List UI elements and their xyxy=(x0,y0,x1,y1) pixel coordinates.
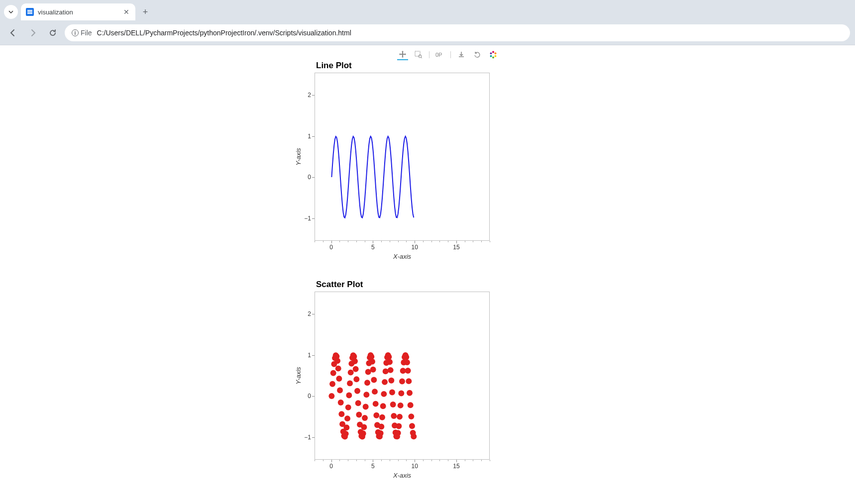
plot-area[interactable] xyxy=(315,292,490,460)
scatter-point xyxy=(411,433,417,439)
box-zoom-tool[interactable] xyxy=(413,49,424,60)
scatter-point xyxy=(373,412,379,418)
scatter-point xyxy=(347,380,353,386)
reset-tool[interactable] xyxy=(472,49,483,60)
scatter-point xyxy=(364,380,370,386)
scatter-point xyxy=(398,403,404,408)
tab-close-icon[interactable]: ✕ xyxy=(122,8,130,16)
y-tick-label: 2 xyxy=(308,310,311,317)
x-tick-label: 5 xyxy=(371,463,375,470)
scatter-point xyxy=(405,368,411,374)
y-tick-label: 2 xyxy=(308,92,311,99)
plot-title: Line Plot xyxy=(289,61,495,71)
scatter-point xyxy=(388,367,394,373)
tab-search-button[interactable] xyxy=(4,5,18,19)
scatter-point xyxy=(395,430,401,436)
reload-button[interactable] xyxy=(45,25,61,41)
scatter-point xyxy=(371,377,377,383)
scatter-point xyxy=(408,402,414,408)
file-label: File xyxy=(81,29,92,37)
pan-tool[interactable] xyxy=(397,49,408,60)
scatter-point xyxy=(382,379,388,385)
bokeh-logo[interactable] xyxy=(488,49,499,60)
svg-point-5 xyxy=(495,55,497,57)
svg-text:0P: 0P xyxy=(435,52,442,58)
y-axis-label: Y-axis xyxy=(295,367,302,384)
scatter-point xyxy=(343,431,349,437)
browser-toolbar: i File C:/Users/DELL/PycharmProjects/pyt… xyxy=(0,21,855,45)
scatter-point xyxy=(348,370,354,376)
scatter-point xyxy=(408,413,414,419)
scatter-point xyxy=(409,423,415,429)
scatter-point xyxy=(346,393,352,399)
bokeh-toolbar: 0P xyxy=(397,48,499,62)
scatter-point xyxy=(352,358,358,364)
svg-point-4 xyxy=(495,52,497,54)
x-tick-label: 0 xyxy=(329,244,333,251)
plot-frame[interactable]: −1012051015Y-axisX-axis xyxy=(289,73,490,267)
scatter-point xyxy=(372,389,378,395)
x-tick-label: 10 xyxy=(411,463,418,470)
plot-title: Scatter Plot xyxy=(289,280,495,290)
scatter-point xyxy=(398,391,404,397)
scatter-point xyxy=(390,402,396,407)
wheel-zoom-tool[interactable]: 0P xyxy=(434,49,445,60)
y-tick-label: 1 xyxy=(308,133,311,140)
scatter-point xyxy=(404,359,410,365)
scatter-point xyxy=(328,393,334,399)
scatter-point xyxy=(353,366,359,372)
file-badge: i File xyxy=(72,29,92,37)
x-tick-label: 15 xyxy=(453,244,459,251)
line-series xyxy=(331,136,414,218)
scatter-point xyxy=(338,411,344,417)
browser-tab[interactable]: visualization ✕ xyxy=(21,3,135,20)
y-tick-label: 1 xyxy=(308,352,311,359)
scatter-point xyxy=(403,354,409,360)
info-icon: i xyxy=(72,29,79,36)
new-tab-button[interactable]: + xyxy=(138,5,152,19)
plot-frame[interactable]: −1012051015Y-axisX-axis xyxy=(289,292,490,486)
x-axis-label: X-axis xyxy=(315,253,490,260)
scatter-point xyxy=(397,414,403,420)
scatter-point xyxy=(407,390,413,396)
svg-point-7 xyxy=(490,55,492,57)
scatter-point xyxy=(383,368,389,374)
plot-area[interactable] xyxy=(315,73,490,241)
y-tick-label: −1 xyxy=(304,215,311,222)
scatter-point xyxy=(355,400,361,406)
scatter-point xyxy=(361,424,367,430)
scatter-point xyxy=(329,381,335,387)
svg-point-8 xyxy=(490,52,492,54)
svg-point-3 xyxy=(492,51,494,53)
forward-button[interactable] xyxy=(25,25,41,41)
svg-point-6 xyxy=(492,56,494,58)
scatter-point xyxy=(381,391,387,397)
scatter-point xyxy=(373,401,379,407)
back-button[interactable] xyxy=(5,25,21,41)
scatter-point xyxy=(335,366,341,372)
scatter-point xyxy=(360,430,366,436)
scatter-point xyxy=(343,424,349,430)
scatter-point xyxy=(363,404,369,410)
y-tick-label: −1 xyxy=(304,434,311,441)
scatter-point xyxy=(391,413,397,419)
tab-strip: visualization ✕ + xyxy=(0,0,855,21)
x-tick-label: 0 xyxy=(329,463,333,470)
toolbar-separator xyxy=(450,51,451,58)
scatter-point xyxy=(389,390,395,396)
plot-column: 0P Line Plot−1012051015Y-axisX-a xyxy=(289,48,495,486)
x-tick-label: 5 xyxy=(371,244,375,251)
scatter-point xyxy=(378,424,384,430)
scatter-point xyxy=(336,376,342,382)
scatter-point xyxy=(378,430,384,436)
scatter-point xyxy=(354,388,360,394)
browser-chrome: visualization ✕ + i File C:/Users/DELL/P… xyxy=(0,0,855,45)
scatter-point xyxy=(362,415,368,421)
scatter-point xyxy=(396,423,402,429)
scatter-point xyxy=(399,379,405,385)
y-axis-label: Y-axis xyxy=(295,148,302,165)
scatter-point xyxy=(330,370,336,376)
scatter-point xyxy=(387,359,393,365)
save-tool[interactable] xyxy=(456,49,467,60)
address-bar[interactable]: i File C:/Users/DELL/PycharmProjects/pyt… xyxy=(65,24,850,41)
